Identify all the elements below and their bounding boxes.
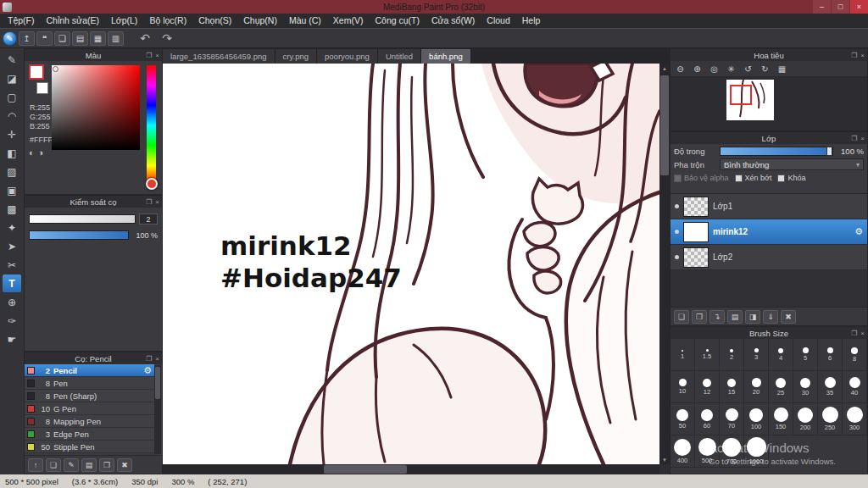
eraser-tool[interactable]: ◪	[3, 69, 21, 87]
merge-layer-icon[interactable]: ⇓	[763, 310, 778, 324]
medibang-cloud-icon[interactable]: ✎	[3, 31, 17, 46]
layer-visibility-dot[interactable]	[675, 230, 679, 234]
layer-row[interactable]: mirink12⚙	[670, 219, 867, 245]
hue-strip[interactable]	[147, 65, 156, 186]
brush-size-cell[interactable]: 30	[793, 371, 818, 403]
menu-item[interactable]: Xem(V)	[327, 14, 370, 28]
brush-size-cell[interactable]: 400	[670, 435, 695, 468]
brush-tool[interactable]: ✎	[3, 51, 21, 69]
add-layer-icon[interactable]: ❏	[674, 310, 689, 324]
open-file-icon[interactable]: ▤	[72, 31, 88, 46]
brush-size-cell[interactable]: 50	[670, 403, 695, 435]
layer-folder-icon[interactable]: ▤	[727, 310, 743, 324]
vertical-scrollbar[interactable]: ▲ ▼	[659, 64, 670, 464]
lock-checkbox[interactable]: Khóa	[777, 174, 805, 182]
brush-size-cell[interactable]: 150	[769, 403, 793, 435]
brush-size-value[interactable]: 2	[139, 214, 158, 225]
menu-item[interactable]: Công cụ(T)	[369, 14, 426, 28]
canvas[interactable]: mirink12 #Hoidap247	[163, 64, 659, 464]
title-bar[interactable]: MediBang Paint Pro (32bit) – □ ×	[0, 0, 868, 14]
redo-button[interactable]: ↷	[158, 30, 176, 46]
popout-icon[interactable]: ❐	[146, 355, 152, 363]
saturation-value-picker[interactable]	[52, 65, 140, 150]
gear-icon[interactable]: ⚙	[143, 365, 152, 376]
horizontal-scroll-thumb[interactable]	[324, 465, 407, 474]
navigator-thumbnail[interactable]	[726, 80, 774, 120]
brush-row[interactable]: 2Pencil⚙	[25, 364, 154, 377]
hand-tool[interactable]: ☛	[3, 330, 21, 348]
rotate-right-icon[interactable]: ↻	[758, 63, 772, 75]
popout-icon[interactable]: ❐	[146, 52, 152, 59]
tab-document[interactable]: large_1635856456459.png	[163, 49, 275, 64]
brush-size-cell[interactable]: 250	[818, 403, 843, 435]
operation-tool[interactable]: ➤	[3, 237, 21, 255]
comment-icon[interactable]: ❝	[36, 31, 53, 46]
brush-size-cell[interactable]: 60	[695, 403, 720, 435]
select-pen-tool[interactable]: ▣	[3, 181, 21, 199]
brush-row[interactable]: 10G Pen	[25, 402, 154, 415]
select-eraser-tool[interactable]: ▩	[3, 200, 21, 218]
zoom-reset-icon[interactable]: ✳	[724, 63, 738, 75]
panel-layout-icon[interactable]: ▥	[108, 31, 124, 46]
close-icon[interactable]: ×	[860, 52, 865, 59]
delete-brush-icon[interactable]: ✖	[117, 458, 132, 472]
close-icon[interactable]: ×	[860, 330, 865, 337]
rotate-left-icon[interactable]: ↺	[741, 63, 755, 75]
zoom-out-icon[interactable]: ⊖	[673, 63, 687, 75]
foreground-color-swatch[interactable]	[31, 66, 42, 78]
color-wheel-icon[interactable]: ◐	[29, 147, 35, 158]
brush-size-cell[interactable]: 3	[744, 339, 769, 371]
add-brush-icon[interactable]: ❏	[46, 458, 61, 472]
clipping-layer-icon[interactable]: ◨	[745, 310, 760, 324]
gradient-tool[interactable]: ▨	[3, 163, 21, 180]
reset-view-icon[interactable]: ▦	[775, 63, 789, 75]
popout-icon[interactable]: ❐	[851, 330, 857, 337]
brush-row[interactable]: 8Pen (Sharp)	[25, 390, 154, 402]
brush-size-cell[interactable]: 15	[720, 371, 744, 403]
tab-active[interactable]: bánh.png	[421, 49, 471, 64]
brush-size-cell[interactable]: 1.5	[695, 339, 720, 371]
menu-item[interactable]: Tệp(F)	[2, 14, 41, 28]
color-palette-icon[interactable]: ◑	[38, 147, 44, 158]
brush-size-cell[interactable]: 6	[818, 339, 843, 371]
brush-row[interactable]: 8Mapping Pen	[25, 415, 154, 428]
brush-size-cell[interactable]: 12	[695, 371, 720, 403]
scroll-down-icon[interactable]: ▼	[659, 455, 670, 464]
delete-layer-icon[interactable]: ✖	[781, 310, 796, 324]
popout-icon[interactable]: ❐	[851, 135, 857, 142]
grid-view-icon[interactable]: ▦	[90, 31, 106, 46]
tab-document[interactable]: Untitled	[378, 49, 421, 64]
close-icon[interactable]: ×	[155, 355, 159, 363]
blend-mode-select[interactable]: Bình thường ▾	[720, 158, 864, 170]
popout-icon[interactable]: ❐	[851, 52, 857, 59]
tab-document[interactable]: pooryou.png	[317, 49, 378, 64]
menu-item[interactable]: Cloud	[481, 14, 515, 28]
horizontal-scrollbar[interactable]	[163, 464, 659, 474]
brush-size-cell[interactable]: 4	[769, 339, 793, 371]
brush-size-cell[interactable]: 500	[695, 435, 720, 468]
duplicate-layer-icon[interactable]: ❐	[692, 310, 707, 324]
magic-wand-tool[interactable]: ✦	[3, 219, 21, 236]
close-icon[interactable]: ×	[860, 135, 865, 142]
lasso-select-tool[interactable]: ◠	[3, 107, 21, 125]
navigator-view[interactable]	[670, 77, 867, 130]
menu-item[interactable]: Màu (C)	[283, 14, 327, 28]
brush-size-cell[interactable]: 100	[744, 403, 769, 435]
close-icon[interactable]: ×	[155, 198, 159, 206]
close-icon[interactable]: ×	[155, 52, 159, 59]
brush-size-cell[interactable]: 700	[720, 435, 744, 468]
popout-icon[interactable]: ❐	[146, 198, 152, 206]
close-button[interactable]: ×	[850, 0, 868, 14]
menu-item[interactable]: Chọn(S)	[192, 14, 237, 28]
brush-list-scroll-thumb[interactable]	[155, 367, 160, 399]
move-tool[interactable]: ✛	[3, 125, 21, 143]
clipping-checkbox[interactable]: Xén bớt	[735, 174, 772, 182]
text-tool[interactable]: T	[3, 274, 21, 292]
menu-item[interactable]: Bộ lọc(R)	[143, 14, 192, 28]
brush-size-cell[interactable]: 2	[720, 339, 744, 371]
brush-size-cell[interactable]: 300	[843, 403, 867, 435]
upload-icon[interactable]: ↥	[19, 31, 35, 46]
new-canvas-icon[interactable]: ❏	[54, 31, 70, 46]
maximize-button[interactable]: □	[832, 0, 849, 14]
minimize-button[interactable]: –	[813, 0, 831, 14]
